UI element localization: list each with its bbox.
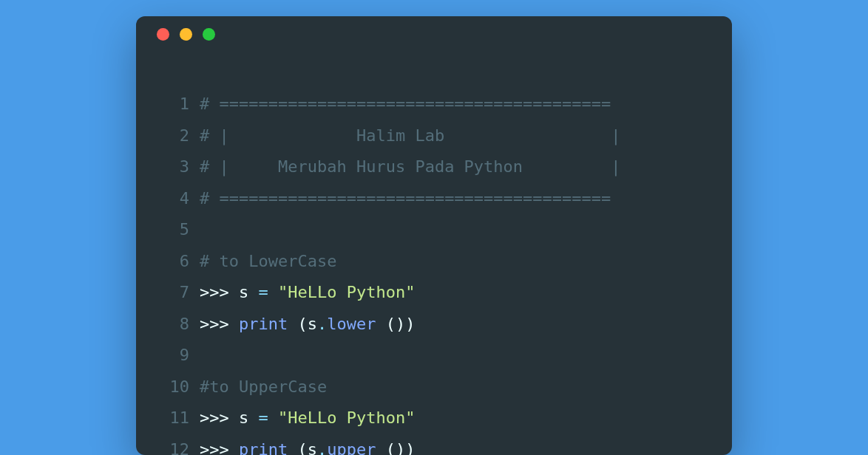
token: ( bbox=[297, 315, 307, 333]
code-line: 11>>> s = "HeLLo Python" bbox=[158, 403, 710, 434]
line-content: >>> s = "HeLLo Python" bbox=[200, 403, 710, 434]
line-number: 6 bbox=[158, 246, 189, 278]
token: "HeLLo Python" bbox=[278, 283, 415, 301]
code-line: 6# to LowerCase bbox=[158, 246, 710, 278]
code-line: 2# | Halim Lab | bbox=[158, 120, 710, 152]
minimize-icon[interactable] bbox=[180, 28, 192, 41]
line-content: # | Halim Lab | bbox=[200, 120, 710, 152]
line-content: >>> print (s.upper ()) bbox=[200, 434, 710, 456]
token: >>> bbox=[200, 408, 239, 427]
token bbox=[288, 315, 297, 333]
code-line: 1# =====================================… bbox=[158, 89, 710, 120]
token: = bbox=[258, 408, 268, 427]
line-number: 5 bbox=[158, 214, 189, 246]
token: ()) bbox=[386, 440, 416, 456]
token: print bbox=[239, 440, 288, 456]
line-number: 11 bbox=[158, 403, 189, 434]
token bbox=[288, 440, 297, 456]
line-number: 9 bbox=[158, 340, 189, 372]
code-line: 10#to UpperCase bbox=[158, 372, 710, 403]
token: s bbox=[308, 315, 317, 333]
titlebar bbox=[136, 16, 732, 52]
token: >>> bbox=[200, 283, 239, 301]
token: s bbox=[239, 408, 259, 427]
line-content bbox=[200, 214, 710, 246]
line-number: 8 bbox=[158, 309, 189, 341]
token: >>> bbox=[200, 315, 239, 333]
token bbox=[268, 283, 278, 301]
close-icon[interactable] bbox=[157, 28, 169, 41]
line-content bbox=[200, 340, 710, 372]
token: # ======================================… bbox=[200, 95, 611, 113]
code-line: 3# | Merubah Hurus Pada Python | bbox=[158, 151, 710, 183]
code-line: 9 bbox=[158, 340, 710, 372]
line-number: 1 bbox=[158, 89, 189, 120]
token: #to UpperCase bbox=[200, 377, 327, 396]
token bbox=[268, 408, 278, 427]
line-content: >>> s = "HeLLo Python" bbox=[200, 277, 710, 309]
line-content: >>> print (s.lower ()) bbox=[200, 309, 710, 341]
maximize-icon[interactable] bbox=[203, 28, 215, 41]
line-number: 2 bbox=[158, 120, 189, 152]
code-area[interactable]: 1# =====================================… bbox=[136, 52, 732, 455]
token: # | Halim Lab | bbox=[200, 126, 621, 145]
line-content: # to LowerCase bbox=[200, 246, 710, 278]
line-number: 7 bbox=[158, 277, 189, 309]
code-line: 12>>> print (s.upper ()) bbox=[158, 434, 710, 456]
token: ( bbox=[297, 440, 307, 456]
token: . bbox=[317, 440, 327, 456]
token: >>> bbox=[200, 440, 239, 456]
line-content: # ======================================… bbox=[200, 183, 710, 215]
token: ()) bbox=[386, 315, 416, 333]
line-number: 4 bbox=[158, 183, 189, 215]
token: s bbox=[308, 440, 317, 456]
code-line: 4# =====================================… bbox=[158, 183, 710, 215]
line-number: 12 bbox=[158, 434, 189, 456]
token bbox=[376, 440, 385, 456]
editor-window: 1# =====================================… bbox=[136, 16, 732, 455]
token: s bbox=[239, 283, 259, 301]
line-content: # ======================================… bbox=[200, 89, 710, 120]
line-number: 10 bbox=[158, 372, 189, 403]
line-content: # | Merubah Hurus Pada Python | bbox=[200, 151, 710, 183]
token: # to LowerCase bbox=[200, 252, 336, 270]
token: . bbox=[317, 315, 327, 333]
token: "HeLLo Python" bbox=[278, 408, 415, 427]
code-line: 5 bbox=[158, 214, 710, 246]
token: print bbox=[239, 315, 288, 333]
token: = bbox=[258, 283, 268, 301]
token: # ======================================… bbox=[200, 189, 611, 208]
line-number: 3 bbox=[158, 151, 189, 183]
token: upper bbox=[327, 440, 376, 456]
token bbox=[376, 315, 385, 333]
token: # | Merubah Hurus Pada Python | bbox=[200, 157, 621, 176]
token: lower bbox=[327, 315, 376, 333]
code-line: 7>>> s = "HeLLo Python" bbox=[158, 277, 710, 309]
line-content: #to UpperCase bbox=[200, 372, 710, 403]
code-line: 8>>> print (s.lower ()) bbox=[158, 309, 710, 341]
